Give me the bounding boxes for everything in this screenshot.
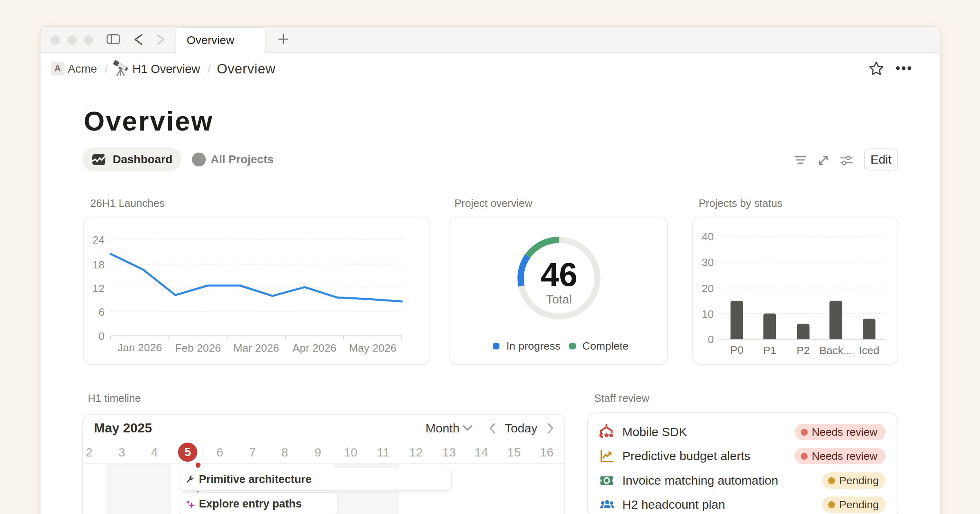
svg-text:May 2026: May 2026	[349, 342, 396, 354]
svg-text:40: 40	[702, 230, 714, 243]
svg-text:24: 24	[93, 234, 105, 246]
svg-text:Jan 2026: Jan 2026	[118, 341, 162, 354]
svg-text:Back...: Back...	[819, 344, 852, 357]
svg-text:P2: P2	[797, 344, 810, 357]
svg-text:10: 10	[702, 308, 714, 320]
svg-text:Mar 2026: Mar 2026	[234, 342, 279, 354]
svg-text:Iced: Iced	[859, 344, 879, 357]
svg-text:12: 12	[93, 282, 105, 295]
svg-text:P1: P1	[763, 344, 776, 357]
svg-text:20: 20	[702, 282, 714, 295]
svg-text:6: 6	[98, 306, 105, 318]
svg-text:In progress: In progress	[506, 340, 561, 352]
svg-text:Complete: Complete	[582, 340, 628, 352]
svg-text:Apr 2026: Apr 2026	[292, 342, 336, 354]
svg-text:0: 0	[708, 333, 714, 346]
svg-text:Total: Total	[546, 292, 572, 306]
svg-text:Feb 2026: Feb 2026	[175, 342, 221, 354]
svg-text:0: 0	[98, 330, 105, 342]
svg-text:P0: P0	[730, 344, 743, 356]
svg-text:18: 18	[93, 259, 105, 271]
svg-text:46: 46	[541, 256, 577, 293]
svg-text:30: 30	[702, 256, 714, 268]
